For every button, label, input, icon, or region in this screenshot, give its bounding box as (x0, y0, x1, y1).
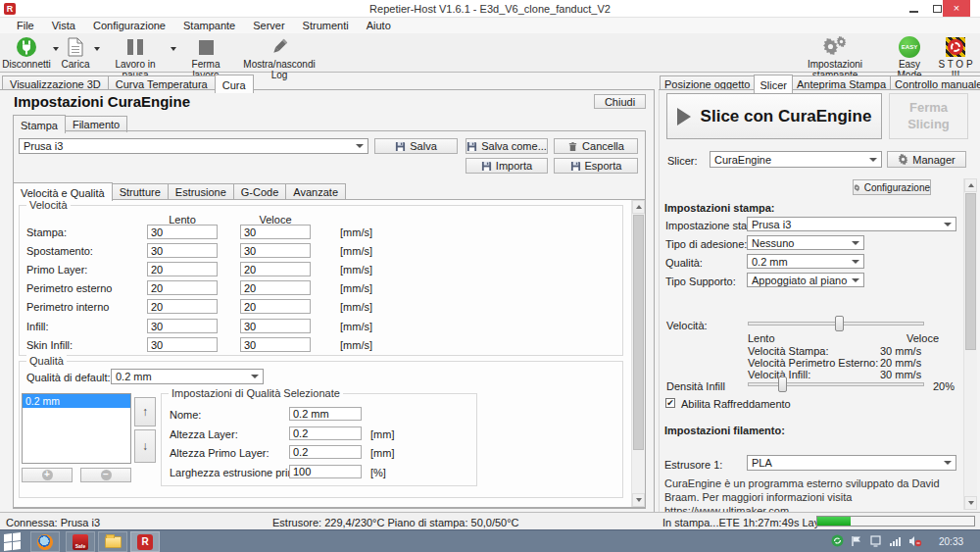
taskbar-repetier[interactable]: R (130, 531, 160, 552)
cancella-button[interactable]: Cancella (554, 138, 638, 154)
altezza-primo-layer-input[interactable] (289, 445, 362, 459)
network-icon[interactable] (889, 535, 902, 547)
menu-strumenti[interactable]: Strumenti (294, 20, 358, 31)
primo-layer-lento-input[interactable] (147, 262, 218, 276)
gear-icon (854, 182, 860, 193)
menu-server[interactable]: Server (244, 20, 293, 31)
larghezza-estrusione-input[interactable] (289, 465, 362, 478)
scroll-up-icon[interactable] (964, 178, 977, 192)
move-up-button[interactable]: ↑ (134, 397, 156, 427)
chevron-down-icon (869, 158, 877, 162)
pause-dropdown[interactable] (171, 47, 176, 51)
menu-aiuto[interactable]: Aiuto (358, 20, 400, 31)
arrow-up-icon: ↑ (142, 405, 148, 419)
quality-default-combo[interactable]: 0.2 mm (111, 369, 264, 384)
add-quality-button[interactable] (22, 468, 73, 482)
densita-infill-label: Densità Infill (666, 380, 725, 392)
sync-icon[interactable] (831, 534, 844, 547)
esporta-button[interactable]: Esporta (554, 158, 638, 174)
slicer-combo[interactable]: CuraEngine (710, 151, 882, 168)
chiudi-button[interactable]: Chiudi (594, 94, 646, 109)
configurazione-button[interactable]: Configurazione (853, 179, 931, 195)
start-button[interactable] (4, 533, 21, 550)
list-item-selected[interactable]: 0.2 mm (23, 394, 130, 408)
slider-thumb[interactable] (778, 376, 787, 392)
load-button[interactable]: Carica (59, 35, 92, 70)
stampa-veloce-input[interactable] (240, 225, 311, 239)
preset-combo[interactable]: Prusa i3 (19, 138, 368, 154)
tipo-supporto-combo[interactable]: Appoggiato al piano (747, 273, 864, 287)
perimetro-interno-veloce-input[interactable] (240, 299, 311, 314)
slice-button[interactable]: Slice con CuraEngine (666, 93, 882, 139)
perimetro-esterno-lento-input[interactable] (147, 280, 218, 295)
tab-gcode[interactable]: G-Code (233, 183, 287, 200)
tab-velocita-qualita[interactable]: Velocità e Qualità (13, 182, 113, 201)
taskbar-clock[interactable]: 20:33 (939, 536, 963, 547)
menu-file[interactable]: File (8, 20, 43, 31)
perimetro-esterno-veloce-input[interactable] (240, 280, 311, 295)
floppy-icon (395, 141, 406, 152)
primo-layer-veloce-input[interactable] (240, 262, 311, 276)
system-tray (831, 534, 922, 547)
spostamento-veloce-input[interactable] (240, 243, 311, 258)
tab-cura[interactable]: Cura (215, 75, 254, 93)
tab-estrusione[interactable]: Estrusione (168, 183, 234, 200)
connection-status: Connessa: Prusa i3 (6, 517, 100, 528)
progress-fill (817, 517, 851, 526)
pause-icon (127, 39, 143, 55)
spostamento-lento-input[interactable] (147, 243, 218, 258)
close-button[interactable]: × (943, 0, 970, 17)
perimetro-interno-lento-input[interactable] (147, 299, 218, 314)
scrollbar-thumb[interactable] (965, 193, 976, 350)
remove-quality-button[interactable] (80, 468, 131, 482)
move-down-button[interactable]: ↓ (134, 429, 156, 463)
importa-button[interactable]: Importa (466, 158, 548, 174)
manager-button[interactable]: Manager (887, 151, 966, 168)
speed-slider[interactable] (748, 315, 924, 332)
salva-come-button[interactable]: Salva come... (466, 138, 548, 154)
right-scrollbar[interactable] (963, 178, 977, 510)
slider-thumb[interactable] (835, 316, 844, 331)
qualita-combo[interactable]: 0.2 mm (747, 254, 864, 269)
taskbar-safe[interactable]: Safe (66, 531, 95, 552)
menu-configurazione[interactable]: Configurazione (84, 20, 174, 31)
flag-icon[interactable] (851, 535, 862, 547)
chevron-down-icon (356, 144, 364, 148)
minimize-button[interactable] (902, 0, 925, 17)
status-bar: Connessa: Prusa i3 Estrusore: 229,4/230°… (0, 512, 980, 529)
tab-strutture[interactable]: Strutture (112, 183, 169, 200)
tab-slicer[interactable]: Slicer (754, 75, 793, 93)
menu-vista[interactable]: Vista (43, 20, 84, 31)
nome-input[interactable] (289, 407, 362, 421)
taskbar-firefox[interactable] (30, 531, 60, 552)
skin-infill-lento-input[interactable] (147, 337, 218, 352)
quality-list[interactable]: 0.2 mm (22, 393, 131, 464)
skin-infill-veloce-input[interactable] (240, 337, 311, 352)
impostazione-stampa-combo[interactable]: Prusa i3 (747, 217, 956, 231)
volume-muted-icon[interactable] (908, 535, 922, 547)
scroll-down-icon[interactable] (964, 496, 977, 510)
scroll-down-icon[interactable] (632, 493, 645, 507)
gears-icon (822, 36, 848, 58)
cooling-checkbox[interactable] (665, 398, 675, 408)
subtab-stampa[interactable]: Stampa (13, 115, 66, 133)
infill-veloce-input[interactable] (240, 319, 311, 333)
infill-lento-input[interactable] (147, 319, 218, 333)
load-dropdown[interactable] (94, 47, 100, 51)
menu-stampante[interactable]: Stampante (174, 20, 244, 31)
tab-avanzate[interactable]: Avanzate (285, 183, 346, 200)
scroll-up-icon[interactable] (632, 200, 645, 214)
salva-button[interactable]: Salva (374, 138, 458, 154)
scrollbar-thumb[interactable] (633, 215, 644, 450)
chevron-down-icon (852, 278, 859, 282)
tipo-adesione-combo[interactable]: Nessuno (747, 235, 864, 250)
action-center-icon[interactable] (869, 535, 882, 547)
extruder-combo[interactable]: PLA (747, 455, 956, 471)
stampa-lento-input[interactable] (147, 225, 218, 239)
infill-slider[interactable] (748, 376, 924, 393)
settings-scrollbar[interactable] (631, 200, 645, 507)
disconnect-button[interactable]: Disconnetti (2, 35, 51, 70)
toolbar: Disconnetti Carica Lavoro in pausa Ferma… (0, 33, 980, 73)
taskbar-explorer[interactable] (98, 531, 127, 552)
altezza-layer-input[interactable] (289, 427, 362, 440)
